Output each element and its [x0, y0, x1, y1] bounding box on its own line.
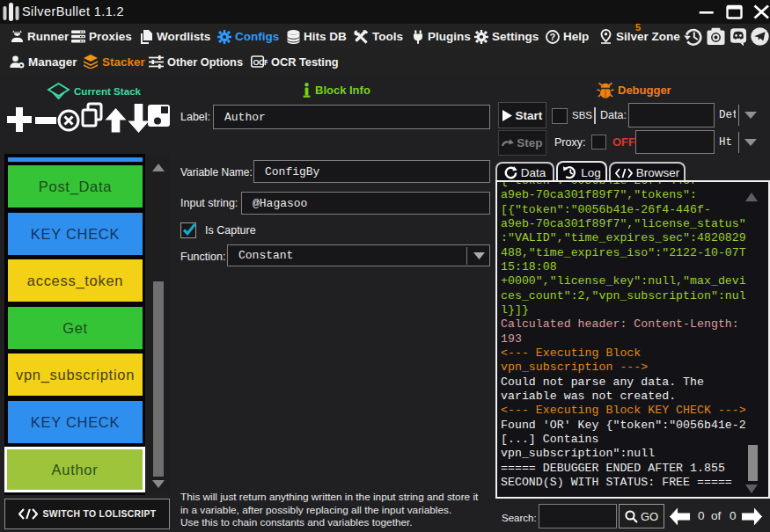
svg-text:?: ?	[550, 31, 555, 41]
svg-text:OCR: OCR	[253, 58, 268, 67]
